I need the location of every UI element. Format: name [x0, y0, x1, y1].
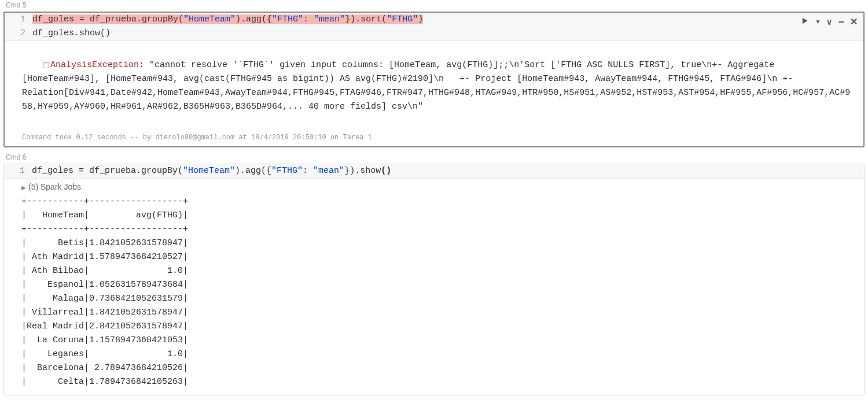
notebook-cell: 1df_goles = df_prueba.groupBy("HomeTeam"… — [3, 164, 865, 395]
error-output: +AnalysisException: "cannot resolve '`FT… — [5, 41, 863, 131]
line-number: 2 — [5, 27, 32, 40]
cell-label: Cmd 6 — [0, 152, 868, 162]
code-content[interactable]: df_goles = df_prueba.groupBy("HomeTeam")… — [32, 164, 398, 178]
caret-right-icon: ▶ — [21, 184, 26, 191]
code-line[interactable]: 2df_goles.show() — [5, 27, 863, 40]
code-editor[interactable]: 1df_goles = df_prueba.groupBy("HomeTeam"… — [4, 164, 864, 179]
code-line[interactable]: 1df_goles = df_prueba.groupBy("HomeTeam"… — [5, 13, 863, 27]
run-icon[interactable] — [801, 17, 810, 27]
minimize-icon[interactable]: − — [838, 19, 844, 25]
cell-label: Cmd 5 — [0, 0, 868, 10]
notebook-cell: ▼ ∨ − ✕ 1df_goles = df_prueba.groupBy("H… — [3, 12, 865, 147]
expand-icon[interactable]: + — [43, 62, 49, 68]
dropdown-icon[interactable]: ▼ — [815, 19, 821, 25]
chevron-down-icon[interactable]: ∨ — [826, 17, 832, 27]
cell-toolbar: ▼ ∨ − ✕ — [801, 16, 858, 27]
code-editor[interactable]: ▼ ∨ − ✕ 1df_goles = df_prueba.groupBy("H… — [5, 13, 863, 41]
close-icon[interactable]: ✕ — [850, 16, 858, 27]
spark-jobs-label: (5) Spark Jobs — [28, 182, 81, 191]
text-output: +-----------+------------------+ | HomeT… — [4, 194, 864, 395]
code-line[interactable]: 1df_goles = df_prueba.groupBy("HomeTeam"… — [4, 164, 864, 178]
code-content[interactable]: df_goles = df_prueba.groupBy("HomeTeam")… — [32, 13, 430, 27]
spark-jobs-toggle[interactable]: ▶(5) Spark Jobs — [4, 179, 864, 194]
error-body: : "cannot resolve '`FTHG`' given input c… — [22, 60, 850, 112]
svg-marker-0 — [802, 18, 807, 24]
code-content[interactable]: df_goles.show() — [32, 27, 117, 40]
line-number: 1 — [5, 13, 32, 27]
error-label: AnalysisException — [50, 60, 139, 70]
line-number: 1 — [4, 164, 32, 178]
cell-meta: Command took 0.12 seconds -- by dierolo9… — [5, 131, 863, 146]
